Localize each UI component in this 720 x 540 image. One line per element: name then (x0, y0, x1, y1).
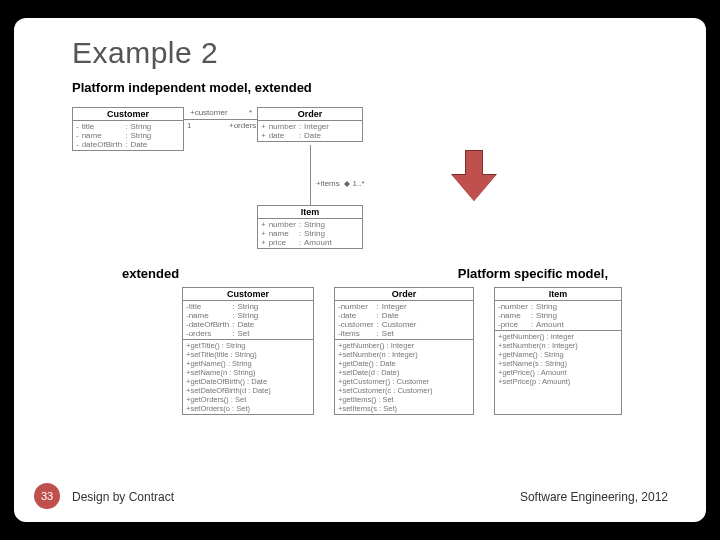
uml-class-item-psm: Item -number:String -name:String -price:… (494, 287, 622, 415)
assoc-mult-1: 1 (187, 121, 191, 130)
assoc-role-orders: +orders (229, 121, 256, 130)
uml-attrs: +number:String +name:String +price:Amoun… (258, 219, 362, 248)
footer-left-text: Design by Contract (72, 490, 174, 504)
assoc-role-customer: +customer (190, 108, 228, 117)
slide: Example 2 Platform independent model, ex… (14, 18, 706, 522)
uml-class-order: Order +number:Integer +date:Date (257, 107, 363, 142)
slide-footer: 33 Design by Contract Software Engineeri… (72, 490, 668, 504)
psm-diagram: Customer -title:String -name:String -dat… (72, 287, 668, 415)
page-number-badge: 33 (34, 483, 60, 509)
uml-attrs: -number:String -name:String -price:Amoun… (495, 301, 621, 330)
uml-class-name: Item (258, 206, 362, 219)
psm-label: Platform specific model, (458, 266, 608, 281)
uml-attrs: -number:Integer -date:Date -customer:Cus… (335, 301, 473, 339)
svg-marker-0 (344, 181, 350, 187)
pim-diagram: Customer -title:String -name:String -dat… (72, 103, 668, 268)
assoc-role-items: +items 1..* (316, 179, 365, 188)
assoc-mult-star: * (249, 108, 252, 117)
uml-ops: +getNumber() : Integer +setNumber(n : In… (335, 339, 473, 414)
uml-ops: +getNumber() : Integer +setNumber(n : In… (495, 330, 621, 387)
assoc-line-customer-order (184, 119, 257, 120)
uml-attrs: +number:Integer +date:Date (258, 121, 362, 141)
diamond-icon (344, 181, 350, 187)
uml-class-customer-psm: Customer -title:String -name:String -dat… (182, 287, 314, 415)
uml-attrs: -title:String -name:String -dateOfBirth:… (183, 301, 313, 339)
slide-title: Example 2 (72, 36, 668, 70)
uml-class-name: Customer (73, 108, 183, 121)
footer-right-text: Software Engineering, 2012 (520, 490, 668, 504)
uml-attrs: -title:String -name:String -dateOfBirth:… (73, 121, 183, 150)
uml-class-order-psm: Order -number:Integer -date:Date -custom… (334, 287, 474, 415)
uml-class-name: Order (258, 108, 362, 121)
psm-extended-label: extended (122, 266, 179, 281)
assoc-line-order-item (310, 145, 311, 205)
transformation-arrow-icon (452, 150, 496, 204)
uml-class-customer: Customer -title:String -name:String -dat… (72, 107, 184, 151)
uml-class-name: Item (495, 288, 621, 301)
uml-class-item: Item +number:String +name:String +price:… (257, 205, 363, 249)
uml-class-name: Customer (183, 288, 313, 301)
pim-subtitle: Platform independent model, extended (72, 80, 668, 95)
uml-ops: +getTitle() : String +setTitle(title : S… (183, 339, 313, 414)
uml-class-name: Order (335, 288, 473, 301)
